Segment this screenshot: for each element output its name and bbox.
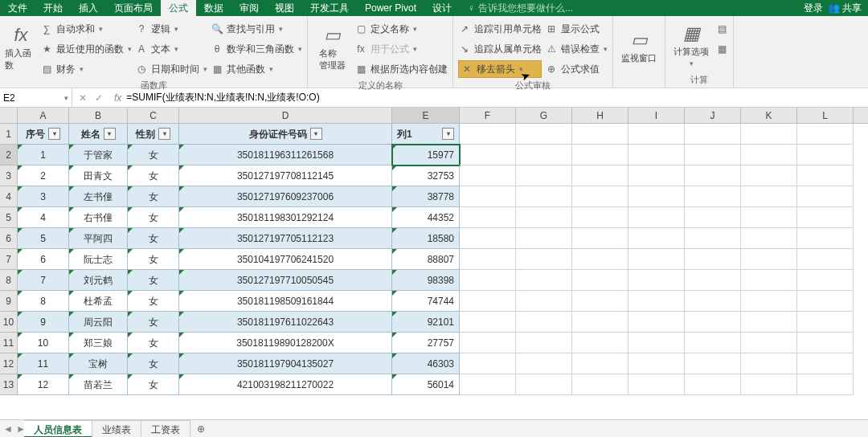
name-box[interactable]: ▾ [0, 88, 72, 107]
text-functions-button[interactable]: A文本▾ [135, 40, 207, 58]
cell-B9[interactable]: 杜希孟 [69, 291, 128, 312]
cell[interactable] [741, 207, 797, 228]
menu-tab-数据[interactable]: 数据 [196, 0, 231, 16]
column-header-F[interactable]: F [460, 108, 516, 123]
cell[interactable] [628, 165, 685, 186]
menu-tab-Power Pivot[interactable]: Power Pivot [357, 0, 424, 16]
row-header-6[interactable]: 6 [0, 228, 18, 249]
cell-B8[interactable]: 刘元鹤 [69, 270, 128, 291]
cell[interactable] [628, 374, 685, 395]
cell[interactable] [460, 353, 516, 374]
cell[interactable] [797, 249, 854, 270]
sheet-nav-next-icon[interactable]: ► [16, 423, 26, 435]
cell[interactable] [460, 145, 516, 165]
name-box-input[interactable] [3, 92, 63, 104]
cell[interactable] [797, 207, 854, 228]
evaluate-formula-button[interactable]: ⊕公式求值 [545, 60, 608, 78]
cell[interactable] [685, 270, 741, 291]
cell-C5[interactable]: 女 [128, 207, 179, 228]
trace-dependents-button[interactable]: ↘追踪从属单元格 [458, 40, 542, 58]
menu-tab-开始[interactable]: 开始 [35, 0, 71, 16]
cell[interactable] [741, 353, 797, 374]
menu-tab-文件[interactable]: 文件 [0, 0, 35, 16]
cell[interactable] [628, 186, 685, 207]
cell[interactable] [685, 145, 741, 165]
cell-C9[interactable]: 女 [128, 291, 179, 312]
cell[interactable] [741, 291, 797, 312]
row-header-2[interactable]: 2 [0, 145, 18, 165]
cell[interactable] [572, 333, 628, 353]
cell-D8[interactable]: 350127197710050545 [179, 270, 392, 291]
row-header-4[interactable]: 4 [0, 186, 18, 207]
cell[interactable] [516, 145, 572, 165]
cell-A5[interactable]: 4 [18, 207, 69, 228]
filter-button[interactable]: ▾ [48, 128, 60, 140]
cell[interactable] [685, 165, 741, 186]
trace-precedents-button[interactable]: ↗追踪引用单元格 [458, 20, 542, 38]
cell-A8[interactable]: 7 [18, 270, 69, 291]
cell[interactable] [516, 270, 572, 291]
menu-tab-公式[interactable]: 公式 [161, 0, 196, 16]
cell-E11[interactable]: 27757 [392, 333, 460, 353]
cell[interactable] [572, 374, 628, 395]
select-all-triangle[interactable] [0, 108, 18, 123]
row-header-10[interactable]: 10 [0, 312, 18, 333]
cell[interactable] [685, 228, 741, 249]
cell-B5[interactable]: 右书僮 [69, 207, 128, 228]
chevron-down-icon[interactable]: ▾ [64, 94, 68, 102]
cell[interactable] [797, 353, 854, 374]
cell-A10[interactable]: 9 [18, 312, 69, 333]
cell[interactable] [460, 249, 516, 270]
row-header-8[interactable]: 8 [0, 270, 18, 291]
row-header-12[interactable]: 12 [0, 353, 18, 374]
sheet-tab-业绩表[interactable]: 业绩表 [92, 420, 141, 438]
cell-D13[interactable]: 421003198211270022 [179, 374, 392, 395]
cell[interactable] [685, 333, 741, 353]
name-manager-button[interactable]: ▭ 名称 管理器 [313, 18, 351, 78]
filter-button[interactable]: ▾ [104, 128, 116, 140]
cell[interactable] [516, 312, 572, 333]
create-from-selection-button[interactable]: ▦根据所选内容创建 [354, 60, 448, 78]
cell[interactable] [797, 333, 854, 353]
cell[interactable] [572, 312, 628, 333]
cell-E10[interactable]: 92101 [392, 312, 460, 333]
cell-B12[interactable]: 宝树 [69, 353, 128, 374]
cell-D9[interactable]: 350181198509161844 [179, 291, 392, 312]
row-header-7[interactable]: 7 [0, 249, 18, 270]
cell-D6[interactable]: 350127197705112123 [179, 228, 392, 249]
column-header-B[interactable]: B [69, 108, 128, 123]
cell[interactable] [685, 186, 741, 207]
watch-window-button[interactable]: ▭ 监视窗口 [618, 18, 660, 75]
cell-A7[interactable]: 6 [18, 249, 69, 270]
cell[interactable] [797, 291, 854, 312]
cell-E12[interactable]: 46303 [392, 353, 460, 374]
cell[interactable] [685, 249, 741, 270]
cell[interactable] [685, 207, 741, 228]
cell[interactable] [460, 270, 516, 291]
define-name-button[interactable]: ▢定义名称▾ [354, 20, 448, 38]
cell[interactable] [741, 165, 797, 186]
cell-E4[interactable]: 38778 [392, 186, 460, 207]
cell[interactable] [741, 249, 797, 270]
cell[interactable] [516, 353, 572, 374]
column-header-K[interactable]: K [741, 108, 797, 123]
remove-arrows-button[interactable]: ✕移去箭头▾ [458, 60, 542, 78]
cell[interactable] [572, 207, 628, 228]
cell[interactable] [572, 186, 628, 207]
cell[interactable] [797, 165, 854, 186]
cell-A9[interactable]: 8 [18, 291, 69, 312]
cell-A13[interactable]: 12 [18, 374, 69, 395]
cell[interactable] [741, 145, 797, 165]
error-checking-button[interactable]: ⚠错误检查▾ [545, 40, 608, 58]
menu-tab-设计[interactable]: 设计 [424, 0, 460, 16]
menu-tab-页面布局[interactable]: 页面布局 [106, 0, 161, 16]
cell[interactable] [572, 145, 628, 165]
cell[interactable] [572, 291, 628, 312]
cell[interactable] [628, 270, 685, 291]
column-header-G[interactable]: G [516, 108, 572, 123]
cell[interactable] [797, 312, 854, 333]
cell[interactable] [628, 333, 685, 353]
spreadsheet-grid[interactable]: ABCDEFGHIJKL 1序号▾姓名▾性别▾身份证件号码▾列1▾21于管家女3… [0, 108, 868, 395]
cell[interactable] [741, 333, 797, 353]
cell-E13[interactable]: 56014 [392, 374, 460, 395]
